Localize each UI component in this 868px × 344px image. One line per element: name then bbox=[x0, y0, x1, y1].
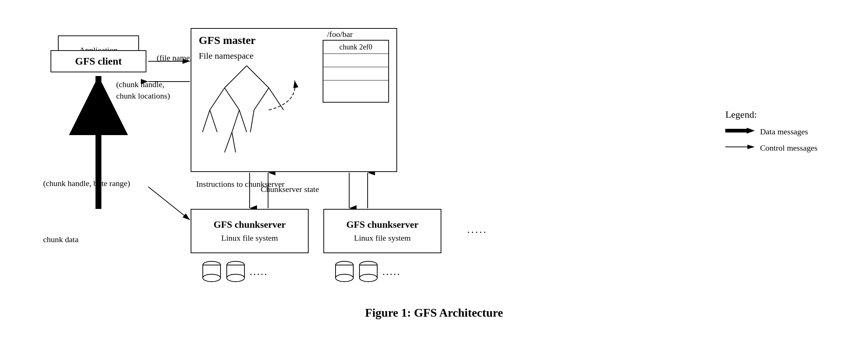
more-chunkservers-dots: ..... bbox=[467, 224, 487, 235]
svg-line-26 bbox=[232, 132, 236, 152]
svg-line-24 bbox=[250, 110, 254, 132]
svg-line-14 bbox=[225, 66, 247, 88]
svg-point-38 bbox=[360, 274, 377, 282]
legend: Legend: Data messages Control messages bbox=[725, 109, 817, 159]
disk-icon-1b bbox=[226, 261, 246, 283]
disk-icon-2a bbox=[334, 261, 355, 283]
chunkserver1-title: GFS chunkserver bbox=[213, 219, 286, 230]
figure-caption: Figure 1: GFS Architecture bbox=[365, 306, 503, 320]
svg-line-21 bbox=[210, 110, 217, 132]
svg-line-18 bbox=[254, 88, 269, 110]
gfs-client-box: GFS client bbox=[51, 50, 146, 72]
svg-line-15 bbox=[247, 66, 269, 88]
svg-line-20 bbox=[202, 110, 210, 132]
disk-icon-2b bbox=[358, 261, 379, 283]
chunk-metadata-box: /foo/bar chunk 2ef0 bbox=[323, 40, 389, 103]
svg-line-22 bbox=[232, 110, 239, 132]
gfs-chunkserver1-box: GFS chunkserver Linux file system bbox=[191, 209, 309, 253]
chunk-2ef0-label: chunk 2ef0 bbox=[323, 41, 388, 54]
control-messages-label: Control messages bbox=[760, 143, 817, 153]
dots-2: ..... bbox=[382, 266, 401, 278]
tree-diagram bbox=[195, 58, 298, 165]
arrows-svg bbox=[28, 13, 840, 331]
data-messages-label: Data messages bbox=[760, 127, 808, 137]
legend-title: Legend: bbox=[725, 109, 817, 120]
svg-line-16 bbox=[210, 88, 225, 110]
svg-line-23 bbox=[239, 110, 247, 132]
svg-line-19 bbox=[269, 88, 284, 110]
chunkserver1-fs-label: Linux file system bbox=[221, 233, 278, 243]
disk-icon-1a bbox=[202, 261, 222, 283]
master-title: GFS master bbox=[199, 34, 256, 47]
diagram: Application GFS client (file name, chunk… bbox=[28, 13, 840, 331]
svg-marker-42 bbox=[747, 145, 755, 149]
disk-area-1: ..... bbox=[202, 261, 268, 283]
legend-control-messages: Control messages bbox=[725, 142, 817, 154]
svg-point-35 bbox=[336, 274, 353, 282]
control-arrow-icon bbox=[725, 142, 755, 154]
gfs-chunkserver2-box: GFS chunkserver Linux file system bbox=[323, 209, 441, 253]
chunk-handle-byte-range-label: (chunk handle, byte range) bbox=[43, 179, 130, 188]
gfs-master-box: GFS master File namespace /foo/bar chunk… bbox=[191, 28, 397, 172]
legend-data-messages: Data messages bbox=[725, 126, 817, 137]
svg-marker-40 bbox=[747, 128, 755, 134]
foo-bar-label: /foo/bar bbox=[327, 30, 353, 39]
chunkserver-state-label: Chunkserver state bbox=[261, 185, 319, 194]
svg-point-29 bbox=[203, 274, 221, 282]
svg-line-17 bbox=[225, 88, 239, 110]
chunkserver2-fs-label: Linux file system bbox=[354, 233, 411, 243]
data-arrow-icon bbox=[725, 126, 755, 137]
gfs-client-label: GFS client bbox=[75, 55, 122, 67]
disk-area-2: ..... bbox=[334, 261, 401, 283]
chunkserver2-title: GFS chunkserver bbox=[346, 219, 419, 230]
svg-line-25 bbox=[225, 132, 232, 152]
svg-point-32 bbox=[227, 274, 244, 282]
dots-1: ..... bbox=[250, 266, 268, 278]
chunk-handle-label: (chunk handle, chunk locations) bbox=[116, 79, 170, 102]
svg-line-9 bbox=[148, 187, 190, 220]
chunk-data-label: chunk data bbox=[43, 235, 79, 244]
